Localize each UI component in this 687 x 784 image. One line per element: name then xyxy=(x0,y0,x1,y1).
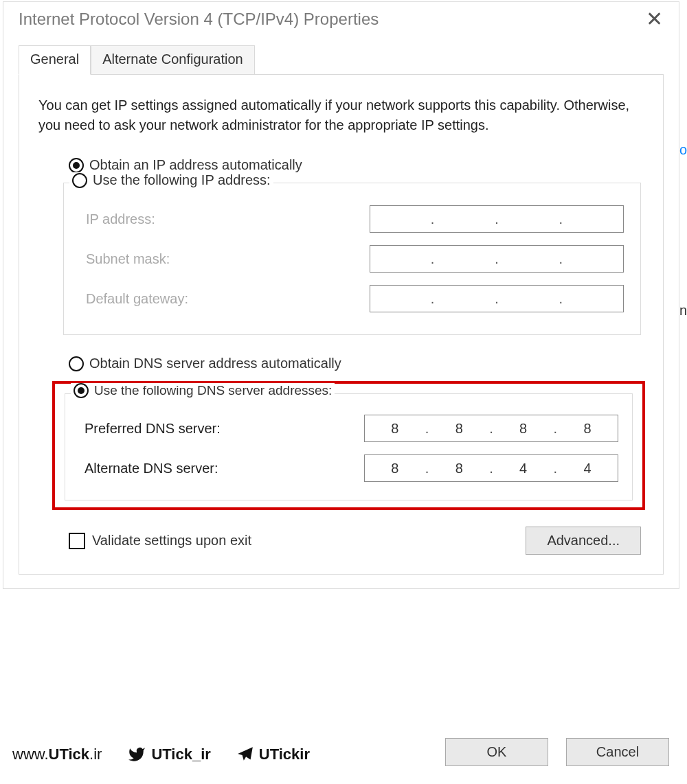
tab-general[interactable]: General xyxy=(19,45,91,75)
tab-panel: You can get IP settings assigned automat… xyxy=(19,74,664,575)
validate-checkbox-label: Validate settings upon exit xyxy=(92,533,251,549)
tab-alternate-configuration[interactable]: Alternate Configuration xyxy=(91,45,255,75)
dialog-actions: OK Cancel xyxy=(445,738,669,766)
ok-button[interactable]: OK xyxy=(445,738,548,766)
background-char-right-lower: n xyxy=(679,303,687,319)
tabs: General Alternate Configuration xyxy=(19,45,679,74)
dns-highlight-box: Use the following DNS server addresses: … xyxy=(52,381,645,510)
subnet-mask-input[interactable]: ... xyxy=(370,245,624,273)
watermark-telegram: UTickir xyxy=(236,746,310,763)
default-gateway-input[interactable]: ... xyxy=(370,285,624,312)
cancel-button[interactable]: Cancel xyxy=(566,738,669,766)
radio-dns-auto-label: Obtain DNS server address automatically xyxy=(89,356,341,371)
preferred-dns-input[interactable]: 8. 8. 8. 8 xyxy=(364,415,618,442)
validate-checkbox[interactable] xyxy=(69,533,85,549)
radio-dns-manual-label: Use the following DNS server addresses: xyxy=(94,383,332,398)
default-gateway-row: Default gateway: ... xyxy=(86,285,624,312)
ip-address-group: Use the following IP address: IP address… xyxy=(63,183,641,335)
subnet-mask-label: Subnet mask: xyxy=(86,251,170,267)
watermark-site: www.UTick.ir xyxy=(12,746,102,763)
radio-dns-manual[interactable] xyxy=(74,383,89,398)
window-title: Internet Protocol Version 4 (TCP/IPv4) P… xyxy=(19,10,379,29)
radio-dns-auto-row[interactable]: Obtain DNS server address automatically xyxy=(69,356,645,371)
ip-address-input[interactable]: ... xyxy=(370,205,624,233)
radio-dns-auto[interactable] xyxy=(69,356,84,371)
titlebar: Internet Protocol Version 4 (TCP/IPv4) P… xyxy=(3,2,679,45)
ip-address-label: IP address: xyxy=(86,211,155,227)
dns-address-group: Use the following DNS server addresses: … xyxy=(65,393,633,500)
radio-ip-auto-row[interactable]: Obtain an IP address automatically xyxy=(69,157,645,173)
alternate-dns-row: Alternate DNS server: 8. 8. 4. 4 xyxy=(85,454,618,482)
radio-ip-manual-label: Use the following IP address: xyxy=(93,172,271,188)
default-gateway-label: Default gateway: xyxy=(86,291,188,307)
radio-ip-manual[interactable] xyxy=(72,173,87,188)
subnet-mask-row: Subnet mask: ... xyxy=(86,245,624,273)
alternate-dns-label: Alternate DNS server: xyxy=(85,461,218,476)
intro-text: You can get IP settings assigned automat… xyxy=(38,95,645,135)
alternate-dns-input[interactable]: 8. 8. 4. 4 xyxy=(364,454,618,482)
close-icon[interactable]: ✕ xyxy=(642,9,666,30)
twitter-icon xyxy=(126,746,147,763)
preferred-dns-label: Preferred DNS server: xyxy=(85,421,221,437)
radio-ip-auto[interactable] xyxy=(69,158,84,173)
ip-address-row: IP address: ... xyxy=(86,205,624,233)
watermark-twitter: UTick_ir xyxy=(126,746,210,763)
background-char-right-upper: o xyxy=(679,142,687,158)
validate-checkbox-row[interactable]: Validate settings upon exit xyxy=(69,533,251,549)
watermark: www.UTick.ir UTick_ir UTickir xyxy=(7,743,315,766)
ipv4-properties-dialog: Internet Protocol Version 4 (TCP/IPv4) P… xyxy=(3,1,679,589)
panel-bottom-row: Validate settings upon exit Advanced... xyxy=(69,527,641,555)
telegram-icon xyxy=(236,746,255,763)
advanced-button[interactable]: Advanced... xyxy=(526,527,641,555)
preferred-dns-row: Preferred DNS server: 8. 8. 8. 8 xyxy=(85,415,618,442)
radio-ip-auto-label: Obtain an IP address automatically xyxy=(89,157,302,173)
